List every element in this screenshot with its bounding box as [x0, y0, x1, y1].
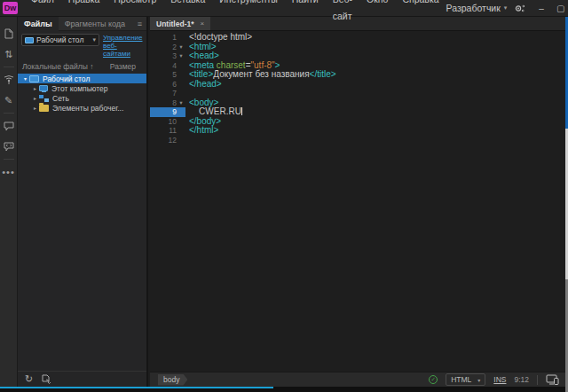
menu-bar: Dw ФайлПравкаПросмотрВставкаИнструментыН…	[0, 0, 568, 17]
fold-spacer	[177, 136, 185, 145]
realtime-preview-icon[interactable]	[546, 374, 559, 385]
fold-arrow-icon[interactable]: ▼	[177, 43, 185, 52]
chevron-right-icon[interactable]: ▸	[31, 95, 39, 101]
files-panel-toolbar: Рабочий стол ▾ Управление веб-сайтами	[18, 31, 146, 59]
desktop-icon	[25, 37, 34, 43]
sync-settings-icon[interactable]	[514, 4, 525, 13]
line-gutter: 4	[150, 61, 185, 71]
more-options-icon[interactable]: •••	[2, 167, 15, 177]
chevron-down-icon: ▾	[92, 36, 96, 43]
code-comment-icon[interactable]	[4, 141, 14, 152]
maximize-button[interactable]: ▢	[550, 0, 568, 17]
code-line[interactable]: 6</head>	[150, 80, 565, 90]
line-number: 12	[150, 136, 177, 145]
manage-sites-link[interactable]: Управление веб-сайтами	[103, 34, 143, 58]
comment-icon[interactable]	[4, 121, 14, 131]
minimize-button[interactable]: –	[532, 0, 550, 17]
left-toolbar: ⇅ ✎ •••	[0, 17, 18, 387]
line-gutter: 8▼	[150, 98, 185, 108]
tree-item[interactable]: ▸Элементы рабочег...	[18, 103, 146, 113]
line-number: 6	[150, 80, 177, 90]
tree-item-label: Сеть	[52, 94, 69, 103]
menu-item-2[interactable]: Правка	[61, 0, 106, 25]
chevron-down-icon[interactable]: ▾	[21, 75, 29, 82]
line-number: 8	[150, 98, 177, 108]
menu-item-7[interactable]: Веб-сайт	[326, 0, 359, 25]
status-bar: body ✓ HTML ▾ INS 9:12	[150, 372, 565, 387]
file-management-icon[interactable]: ⇅	[4, 49, 12, 59]
line-number: 4	[150, 61, 177, 71]
menu-item-4[interactable]: Вставка	[163, 0, 212, 25]
fold-spacer	[177, 61, 185, 71]
line-number: 9	[150, 107, 177, 117]
tag-selector[interactable]: body	[158, 374, 187, 386]
column-size[interactable]: Размер	[110, 62, 141, 71]
line-number: 2	[150, 43, 177, 52]
code-lines[interactable]: 1<!doctype html>2▼<html>3▼<head>4<meta c…	[150, 31, 565, 145]
menu-item-5[interactable]: Инструменты	[212, 0, 284, 25]
toolbar-divider	[4, 113, 14, 114]
dreamweaver-logo: Dw	[3, 2, 18, 14]
toolbar-divider	[4, 67, 14, 67]
files-panel-bottom-toolbar: ↻	[18, 371, 146, 387]
tree-item[interactable]: ▸Этот компьютер	[18, 83, 146, 93]
line-gutter: 12	[150, 136, 185, 145]
column-local-files[interactable]: Локальные файлы ↑	[22, 62, 93, 71]
tree-item-label: Элементы рабочег...	[52, 104, 123, 113]
code-line[interactable]: 11</html>	[150, 126, 565, 136]
code-text: </head>	[185, 80, 222, 90]
code-line[interactable]: 12	[150, 136, 565, 145]
connect-to-server-icon[interactable]	[41, 374, 51, 384]
line-gutter: 1	[150, 33, 185, 43]
edit-pencil-icon[interactable]: ✎	[4, 95, 12, 106]
network-icon	[39, 95, 49, 102]
sort-up-icon: ↑	[90, 62, 93, 71]
window-bottom-edge	[0, 387, 565, 392]
menu-item-8[interactable]: Окно	[359, 0, 395, 25]
menu-item-1[interactable]: Файл	[24, 0, 61, 25]
line-gutter: 9	[150, 107, 185, 117]
toolbar-divider	[4, 159, 14, 160]
file-tree: ▾Рабочий стол▸Этот компьютер▸Сеть▸Элемен…	[18, 74, 146, 113]
status-divider	[537, 375, 538, 385]
menu-item-9[interactable]: Справка	[395, 0, 446, 25]
chevron-down-icon: ▾	[477, 377, 480, 383]
status-bar-right: ✓ HTML ▾ INS 9:12	[429, 373, 565, 386]
text-caret	[241, 107, 242, 115]
open-documents-icon[interactable]	[4, 28, 13, 39]
tree-item[interactable]: ▸Сеть	[18, 93, 146, 103]
tree-item[interactable]: ▾Рабочий стол	[18, 74, 146, 83]
line-number: 5	[150, 70, 177, 80]
chevron-right-icon[interactable]: ▸	[31, 85, 39, 91]
tree-item-label: Этот компьютер	[51, 84, 108, 93]
live-broadcast-icon[interactable]	[4, 74, 14, 85]
tree-item-label: Рабочий стол	[43, 74, 90, 83]
files-column-headers: Локальные файлы ↑ Размер	[18, 59, 146, 73]
insert-mode-indicator[interactable]: INS	[493, 375, 506, 384]
refresh-icon[interactable]: ↻	[25, 374, 33, 384]
folder-icon	[39, 105, 49, 112]
fold-spacer	[177, 89, 185, 98]
fold-spacer	[177, 126, 185, 136]
line-number: 1	[150, 33, 177, 43]
menu-bar-items: ФайлПравкаПросмотрВставкаИнструментыНайт…	[24, 0, 446, 25]
doc-type-dropdown[interactable]: HTML ▾	[446, 373, 485, 386]
chevron-right-icon[interactable]: ▸	[31, 105, 39, 111]
menu-item-6[interactable]: Найти	[285, 0, 326, 25]
fold-spacer	[177, 33, 185, 43]
cursor-position: 9:12	[514, 375, 529, 384]
site-selector-dropdown[interactable]: Рабочий стол ▾	[21, 34, 99, 46]
code-text: </html>	[185, 126, 218, 136]
line-gutter: 3▼	[150, 51, 185, 61]
background-window-cyan-line	[0, 387, 273, 388]
fold-spacer	[177, 70, 185, 80]
fold-arrow-icon[interactable]: ▼	[177, 98, 185, 108]
workspace-switcher[interactable]: Разработчик ▾	[446, 3, 508, 13]
fold-spacer	[177, 107, 185, 117]
files-panel: Файлы Фрагменты кода ≡ Рабочий стол ▾ Уп…	[18, 17, 148, 387]
line-gutter: 11	[150, 126, 185, 136]
line-number: 10	[150, 117, 177, 127]
computer-icon	[39, 85, 48, 91]
fold-arrow-icon[interactable]: ▼	[177, 51, 185, 61]
menu-item-3[interactable]: Просмотр	[106, 0, 163, 25]
